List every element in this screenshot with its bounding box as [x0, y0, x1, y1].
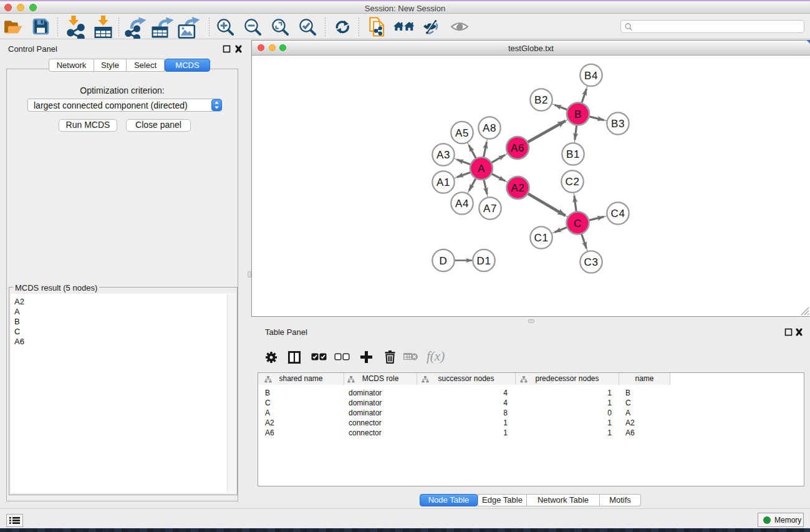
svg-text:A5: A5: [455, 127, 469, 139]
svg-text:A4: A4: [455, 198, 469, 210]
svg-text:A1: A1: [436, 177, 450, 188]
svg-text:C3: C3: [584, 256, 599, 268]
svg-text:A2: A2: [511, 182, 525, 194]
svg-text:B: B: [574, 109, 582, 120]
svg-text:B2: B2: [534, 94, 548, 106]
svg-text:A7: A7: [483, 203, 497, 215]
svg-text:D1: D1: [477, 255, 491, 267]
svg-text:B3: B3: [611, 118, 625, 130]
svg-text:B1: B1: [566, 148, 580, 160]
svg-text:D: D: [440, 255, 448, 267]
svg-text:A3: A3: [436, 149, 450, 161]
svg-text:A8: A8: [483, 122, 496, 134]
svg-text:A: A: [478, 163, 485, 175]
svg-text:C2: C2: [566, 176, 580, 188]
svg-text:C4: C4: [611, 208, 625, 220]
svg-text:B4: B4: [584, 70, 598, 82]
svg-text:A6: A6: [511, 142, 524, 154]
svg-text:C1: C1: [534, 232, 549, 244]
svg-text:C: C: [574, 218, 582, 230]
